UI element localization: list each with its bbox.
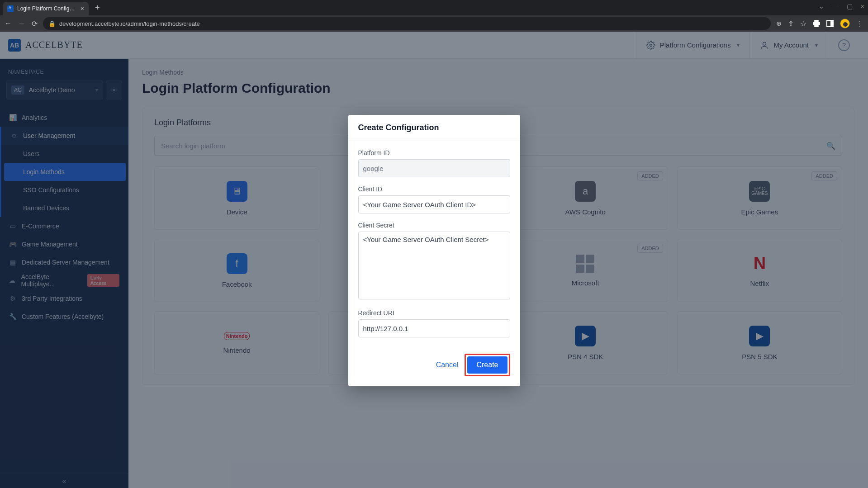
reload-icon[interactable]: ⟳ xyxy=(32,19,38,28)
modal-title: Create Configuration xyxy=(348,115,520,141)
extensions-icon[interactable] xyxy=(813,20,820,27)
sidepanel-icon[interactable] xyxy=(826,20,834,27)
client-secret-input[interactable]: <Your Game Server OAuth Client Secret> xyxy=(358,232,510,299)
window-close-icon[interactable]: × xyxy=(861,3,864,10)
redirect-uri-label: Redirect URI xyxy=(358,309,510,317)
redirect-uri-input[interactable] xyxy=(358,319,510,337)
menu-icon[interactable]: ⋮ xyxy=(856,19,863,28)
lock-icon: 🔒 xyxy=(48,20,56,27)
new-tab-button[interactable]: + xyxy=(95,3,100,13)
client-secret-label: Client Secret xyxy=(358,222,510,229)
star-icon[interactable]: ☆ xyxy=(800,19,806,28)
url-text: development.accelbyte.io/admin/login-met… xyxy=(59,20,200,27)
cancel-button[interactable]: Cancel xyxy=(436,361,459,369)
create-button-highlight: Create xyxy=(465,354,510,376)
tab-close-icon[interactable]: × xyxy=(81,5,84,12)
share-icon[interactable]: ⇪ xyxy=(788,19,794,28)
chevron-down-icon[interactable]: ⌄ xyxy=(819,3,824,10)
tab-title: Login Platform Configuration | A xyxy=(17,5,77,12)
url-field[interactable]: 🔒 development.accelbyte.io/admin/login-m… xyxy=(43,17,771,30)
platform-id-input xyxy=(358,159,510,177)
back-icon[interactable]: ← xyxy=(5,19,12,28)
platform-id-label: Platform ID xyxy=(358,149,510,156)
minimize-icon[interactable]: — xyxy=(832,3,839,10)
client-id-input[interactable] xyxy=(358,195,510,213)
maximize-icon[interactable]: ▢ xyxy=(847,3,853,10)
profile-avatar[interactable] xyxy=(840,19,850,28)
create-button[interactable]: Create xyxy=(467,356,507,374)
forward-icon: → xyxy=(18,19,25,28)
zoom-icon[interactable]: ⊕ xyxy=(776,20,782,27)
tab-favicon xyxy=(7,5,14,12)
create-configuration-modal: Create Configuration Platform ID Client … xyxy=(348,115,520,386)
client-id-label: Client ID xyxy=(358,185,510,193)
browser-tab[interactable]: Login Platform Configuration | A × xyxy=(3,2,89,15)
